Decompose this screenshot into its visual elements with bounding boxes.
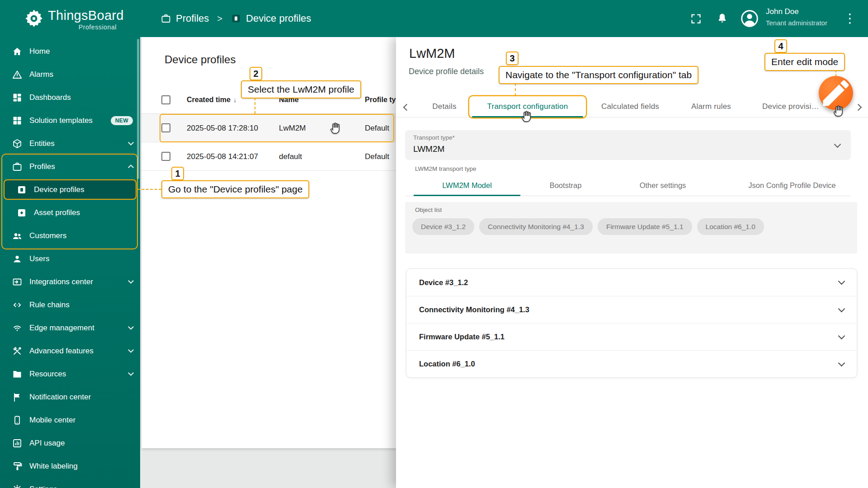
- sidebar-item-rule-chains[interactable]: Rule chains: [0, 293, 140, 316]
- sidebar-item-label: Integrations center: [29, 277, 93, 286]
- cell-created-time: 2025-05-08 17:28:10: [187, 114, 258, 142]
- sidebar-item-label: Mobile center: [29, 416, 75, 425]
- chevron-down-icon: [128, 370, 134, 376]
- tabs-scroll-left-icon[interactable]: [403, 104, 410, 111]
- resources-icon: [12, 369, 23, 380]
- sidebar-item-label: Settings: [29, 485, 57, 488]
- sidebar-item-label: Customers: [29, 231, 66, 240]
- sidebar-item-label: Resources: [29, 370, 66, 379]
- sidebar-item-label: Asset profiles: [34, 208, 80, 217]
- sidebar-item-label: Notification center: [29, 393, 91, 402]
- chevron-down-icon: [834, 141, 841, 148]
- sub-tab-lwm2m-model[interactable]: LWM2M Model: [414, 175, 520, 196]
- sidebar-item-label: Advanced features: [29, 347, 94, 356]
- tab-alarm-rules[interactable]: Alarm rules: [675, 96, 748, 117]
- sidebar-item-profiles[interactable]: Profiles: [0, 155, 140, 178]
- top-header: ThingsBoard Professional Profiles > Devi…: [0, 0, 868, 37]
- step-connector: [515, 83, 516, 96]
- cell-profile-type: Default: [365, 142, 389, 171]
- tabs-scroll-right-icon[interactable]: [855, 104, 862, 111]
- sidebar-item-resources[interactable]: Resources: [0, 362, 140, 385]
- step-connector: [137, 189, 161, 190]
- row-checkbox[interactable]: [161, 152, 170, 161]
- sidebar-item-mobile-center[interactable]: Mobile center: [0, 408, 140, 432]
- chevron-down-icon: [838, 278, 845, 285]
- tab-transport-configuration[interactable]: Transport configuration: [469, 96, 586, 117]
- sidebar-item-home[interactable]: Home: [0, 40, 140, 63]
- sidebar-item-advanced-features[interactable]: Advanced features: [0, 339, 140, 362]
- user-role: Tenant administrator: [766, 19, 827, 27]
- thingsboard-logo-icon[interactable]: [23, 7, 45, 30]
- sidebar-item-alarms[interactable]: Alarms: [0, 63, 140, 86]
- sidebar-item-device-profiles[interactable]: Device profiles: [4, 179, 137, 200]
- tab-device-provisioning[interactable]: Device provisioning: [744, 96, 820, 117]
- transport-type-select[interactable]: Transport type* LWM2M: [405, 130, 851, 160]
- edit-fab-button[interactable]: [819, 76, 853, 110]
- api-usage-icon: [12, 438, 23, 449]
- chevron-down-icon: [128, 140, 134, 145]
- accordion-device[interactable]: Device #3_1.2: [406, 269, 857, 296]
- step-number: 1: [171, 167, 184, 180]
- sidebar-item-asset-profiles[interactable]: Asset profiles: [0, 201, 140, 224]
- accordion-title: Firmware Update #5_1.1: [419, 333, 505, 341]
- notification-flag-icon: [12, 392, 23, 403]
- accordion-title: Connectivity Monitoring #4_1.3: [419, 305, 529, 314]
- breadcrumb: Profiles > Device profiles: [160, 0, 311, 37]
- row-checkbox[interactable]: [161, 123, 170, 132]
- cell-name: default: [279, 142, 302, 171]
- tab-details[interactable]: Details: [420, 96, 469, 117]
- device-profiles-list-panel: Device profiles Created time↓ Name Profi…: [142, 37, 396, 448]
- more-menu-icon[interactable]: ⋮: [844, 11, 856, 26]
- sidebar-item-notification-center[interactable]: Notification center: [0, 385, 140, 408]
- user-avatar[interactable]: [740, 9, 760, 28]
- accordion-firmware-update[interactable]: Firmware Update #5_1.1: [406, 323, 857, 350]
- new-badge: NEW: [111, 116, 133, 125]
- table-row-lwm2m[interactable]: 2025-05-08 17:28:10 LwM2M Default: [142, 114, 396, 142]
- sub-tab-other-settings[interactable]: Other settings: [611, 175, 715, 196]
- sidebar-item-label: Device profiles: [34, 185, 85, 194]
- device-profiles-icon: [231, 13, 241, 24]
- sidebar-item-users[interactable]: Users: [0, 247, 140, 270]
- sidebar-item-label: Solution templates: [29, 116, 93, 125]
- sidebar-item-edge-management[interactable]: Edge management: [0, 316, 140, 339]
- sub-tab-bootstrap[interactable]: Bootstrap: [520, 175, 611, 196]
- page-title: Device profiles: [165, 53, 236, 66]
- sidebar-item-api-usage[interactable]: API usage: [0, 432, 140, 455]
- chevron-down-icon: [128, 278, 134, 284]
- settings-gear-icon: [12, 484, 23, 488]
- breadcrumb-device-profiles[interactable]: Device profiles: [246, 13, 311, 24]
- sidebar-item-solution-templates[interactable]: Solution templates NEW: [0, 109, 140, 132]
- transport-type-label: Transport type*: [413, 134, 455, 141]
- accordion-location[interactable]: Location #6_1.0: [406, 350, 857, 377]
- column-profile-type[interactable]: Profile type: [365, 86, 396, 114]
- sidebar-item-integrations-center[interactable]: Integrations center: [0, 270, 140, 293]
- column-created-time[interactable]: Created time↓: [187, 86, 236, 114]
- object-list-field: Object list Device #3_1.2 Connectivity M…: [405, 202, 857, 253]
- notifications-bell-icon[interactable]: [716, 12, 728, 24]
- integrations-icon: [12, 277, 23, 287]
- app-title[interactable]: ThingsBoard: [48, 8, 124, 23]
- sidebar-item-settings[interactable]: Settings: [0, 478, 140, 488]
- sub-tab-json-config[interactable]: Json Config Profile Device: [715, 175, 868, 196]
- breadcrumb-profiles[interactable]: Profiles: [176, 13, 209, 24]
- sidebar-item-white-labeling[interactable]: White labeling: [0, 455, 140, 478]
- select-all-checkbox[interactable]: [161, 95, 170, 104]
- lwm2m-sub-tabs: LWM2M Model Bootstrap Other settings Jso…: [405, 175, 851, 196]
- sidebar-item-entities[interactable]: Entities: [0, 132, 140, 155]
- step-connector: [835, 70, 836, 76]
- advanced-features-icon: [12, 346, 23, 357]
- sidebar-item-dashboards[interactable]: Dashboards: [0, 86, 140, 109]
- sidebar-scrollbar[interactable]: [137, 39, 139, 179]
- solution-templates-icon: [12, 115, 23, 126]
- step-connector: [255, 98, 255, 114]
- sidebar-item-label: Users: [29, 254, 49, 263]
- home-icon: [12, 46, 23, 57]
- detail-subtitle: Device profile details: [409, 67, 484, 76]
- fullscreen-icon[interactable]: [690, 13, 702, 25]
- sidebar-item-customers[interactable]: Customers: [0, 224, 140, 247]
- sidebar-item-label: Home: [29, 47, 50, 56]
- device-profiles-icon: [16, 184, 27, 195]
- tab-calculated-fields[interactable]: Calculated fields: [586, 96, 675, 117]
- accordion-connectivity-monitoring[interactable]: Connectivity Monitoring #4_1.3: [406, 296, 857, 323]
- object-chips: Device #3_1.2 Connectivity Monitoring #4…: [412, 218, 764, 235]
